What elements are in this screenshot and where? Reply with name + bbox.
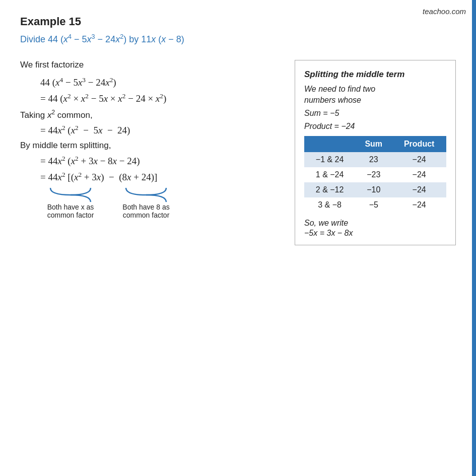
left-column: We first factorize 44 (x4 − 5x3 − 24x2) … [20,60,280,219]
table-cell-sum: −5 [355,197,392,213]
bracket-label-2: Both have 8 as common factor [121,203,171,219]
table-col-pairs [304,136,355,152]
splitting-title: Splitting the middle term [304,70,446,80]
table-row: 2 & −12−10−24 [304,182,446,197]
table-col-sum: Sum [355,136,392,152]
conclusion-label: −5x = 3x − 8x [304,229,446,238]
curly-bracket-1-icon [48,187,93,203]
sum-product-table: Sum Product −1 & 2423−241 & −24−23−242 &… [304,136,446,213]
brand-label: teachoo.com [423,7,466,16]
step1-math: 44 (x4 − 5x3 − 24x2) [40,76,280,88]
product-line: Product = −24 [304,122,446,131]
taking-common-label: Taking x2 common, [20,109,280,120]
right-line1: We need to find two [304,85,446,94]
page: teachoo.com Example 15 Divide 44 (x4 − 5… [0,0,476,476]
question-text: Divide 44 (x4 − 5x3 − 24x2) by 11x (x − … [20,33,456,45]
step4-math: = 44x2 (x2 + 3x − 8x − 24) [40,155,280,167]
bracket-group-2: Both have 8 as common factor [121,187,171,219]
example-title: Example 15 [20,15,456,28]
we-first-label: We first factorize [20,60,280,70]
main-content: We first factorize 44 (x4 − 5x3 − 24x2) … [20,60,456,245]
table-cell-product: −24 [392,197,446,213]
table-row: 3 & −8−5−24 [304,197,446,213]
so-write-label: So, we write [304,219,446,228]
table-cell-pair: 1 & −24 [304,167,355,182]
table-col-product: Product [392,136,446,152]
table-cell-pair: −1 & 24 [304,152,355,167]
step5-math: = 44x2 [(x2 + 3x) − (8x + 24)] [40,171,280,183]
bracket-group-1: Both have x as common factor [45,187,96,219]
by-middle-label: By middle term splitting, [20,141,280,151]
right-bar-decoration [472,0,476,476]
right-line2: numbers whose [304,96,446,105]
table-cell-product: −24 [392,152,446,167]
sum-line: Sum = −5 [304,109,446,118]
curly-bracket-2-icon [123,187,169,203]
table-cell-product: −24 [392,182,446,197]
table-row: −1 & 2423−24 [304,152,446,167]
table-cell-sum: −23 [355,167,392,182]
step2-math: = 44 (x2 × x2 − 5x × x2 − 24 × x2) [40,92,280,104]
step3-math: = 44x2 (x2 − 5x − 24) [40,124,280,136]
table-cell-product: −24 [392,167,446,182]
right-column: Splitting the middle term We need to fin… [295,60,456,245]
bracket-label-1: Both have x as common factor [45,203,96,219]
table-cell-sum: 23 [355,152,392,167]
table-cell-pair: 3 & −8 [304,197,355,213]
table-row: 1 & −24−23−24 [304,167,446,182]
table-cell-sum: −10 [355,182,392,197]
bracket-annotations: Both have x as common factor Both have 8… [40,187,280,219]
table-cell-pair: 2 & −12 [304,182,355,197]
